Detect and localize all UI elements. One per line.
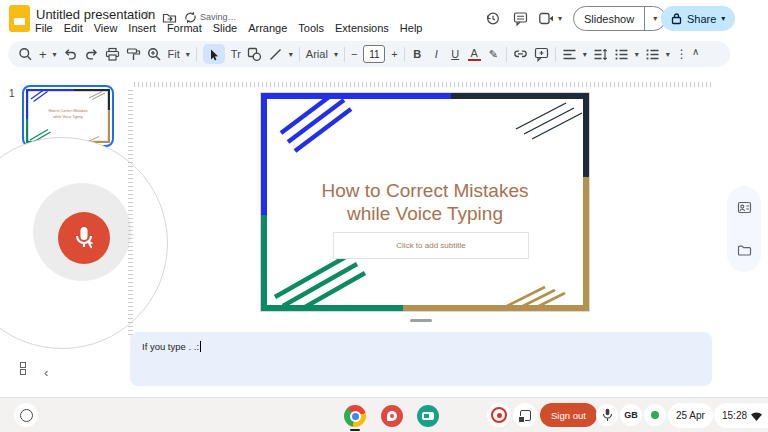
keyboard-layout-button[interactable]: GB — [620, 404, 642, 426]
chrome-running-indicator — [350, 429, 360, 431]
speaker-notes-input[interactable]: If you type . .: — [130, 332, 712, 386]
new-slide-caret-icon[interactable]: ▾ — [53, 50, 57, 59]
italic-button[interactable]: I — [430, 48, 443, 60]
svg-text:How to Correct Mistakes: How to Correct Mistakes — [48, 109, 87, 113]
toolbar-separator — [344, 47, 345, 62]
menu-arrange[interactable]: Arrange — [248, 22, 287, 34]
chrome-app-icon[interactable] — [344, 405, 366, 427]
search-icon[interactable] — [18, 47, 33, 62]
comment-history-icon[interactable] — [513, 11, 528, 26]
menu-tools[interactable]: Tools — [298, 22, 324, 34]
camera-mic-usage-indicator[interactable] — [644, 404, 666, 426]
camera-caret-icon[interactable]: ▾ — [558, 14, 562, 23]
collapse-filmstrip-icon[interactable]: ‹ — [44, 365, 48, 380]
slide-canvas[interactable]: How to Correct Mistakes while Voice Typi… — [260, 92, 590, 312]
menu-edit[interactable]: Edit — [64, 22, 83, 34]
canvas-app-icon[interactable] — [381, 405, 403, 427]
numbered-list-icon[interactable] — [645, 47, 660, 62]
font-size-decrease-button[interactable]: − — [351, 48, 357, 60]
highlight-pen-icon[interactable]: ✎ — [487, 48, 500, 61]
share-label[interactable]: Share — [687, 13, 716, 25]
saving-status: Saving… — [200, 12, 237, 22]
text-color-button[interactable]: A — [468, 48, 481, 61]
slide-subtitle-placeholder[interactable]: Click to add subtitle — [333, 232, 529, 259]
slide-number: 1 — [9, 88, 15, 99]
line-tool-icon[interactable] — [268, 47, 283, 62]
font-size-input[interactable]: 11 — [363, 45, 385, 63]
zoom-fit-select[interactable]: Fit — [168, 48, 180, 60]
slideshow-label[interactable]: Slideshow — [574, 13, 644, 25]
menu-file[interactable]: File — [35, 22, 53, 34]
date-tray[interactable]: 25 Apr — [668, 403, 713, 428]
status-tray[interactable]: 15:28 — [714, 403, 768, 428]
grid-view-toggle-icon[interactable] — [20, 362, 26, 376]
redo-icon[interactable] — [84, 47, 99, 62]
clock: 15:28 — [722, 410, 747, 421]
zoom-fit-caret-icon[interactable]: ▾ — [186, 50, 190, 59]
new-slide-button[interactable]: + — [39, 47, 47, 62]
shape-tool-icon[interactable] — [247, 47, 262, 62]
menu-extensions[interactable]: Extensions — [335, 22, 389, 34]
document-title[interactable]: Untitled presentation — [36, 7, 155, 22]
meet-camera-button[interactable]: ▾ — [539, 12, 562, 25]
toolbar: + ▾ Fit ▾ Tr ▾ Arial ▾ − 11 + B I U A ✎ — [8, 41, 730, 67]
line-spacing-icon[interactable] — [593, 47, 608, 62]
font-size-increase-button[interactable]: + — [391, 48, 397, 60]
slide-title-textbox[interactable]: How to Correct Mistakes while Voice Typi… — [261, 179, 589, 225]
share-caret-icon[interactable]: ▾ — [721, 14, 725, 23]
mic-status-icon — [602, 408, 613, 422]
slides-logo-icon[interactable] — [9, 5, 30, 32]
print-icon[interactable] — [105, 47, 120, 62]
mic-status-button[interactable] — [596, 404, 618, 426]
screen-record-indicator[interactable] — [487, 403, 511, 427]
menu-format[interactable]: Format — [167, 22, 202, 34]
bulleted-list-icon[interactable] — [614, 47, 629, 62]
menu-slide[interactable]: Slide — [213, 22, 237, 34]
screencast-app-icon[interactable] — [417, 405, 439, 427]
select-tool[interactable] — [203, 44, 225, 64]
version-history-icon[interactable] — [485, 11, 500, 26]
line-tool-caret-icon[interactable]: ▾ — [289, 50, 293, 59]
insert-link-icon[interactable] — [513, 47, 528, 62]
more-options-icon[interactable]: ⋮ — [676, 47, 688, 61]
bold-button[interactable]: B — [411, 48, 424, 60]
slide-thumbnail-preview: How to Correct Mistakes while Voice Typi… — [26, 89, 110, 143]
underline-button[interactable]: U — [449, 48, 462, 60]
green-dot-icon — [651, 411, 659, 419]
mouse-cursor-icon — [88, 240, 94, 249]
share-button[interactable]: Share ▾ — [661, 6, 735, 31]
folder-icon[interactable] — [737, 243, 752, 258]
undo-icon[interactable] — [63, 47, 78, 62]
font-family-caret-icon[interactable]: ▾ — [334, 50, 338, 59]
microphone-icon — [71, 224, 97, 252]
align-icon[interactable] — [562, 47, 577, 62]
screen-capture-button[interactable] — [513, 403, 537, 427]
menu-view[interactable]: View — [94, 22, 118, 34]
toolbar-separator — [299, 47, 300, 62]
launcher-button[interactable] — [14, 403, 38, 427]
menu-help[interactable]: Help — [400, 22, 423, 34]
slide-title-line2: while Voice Typing — [261, 202, 589, 225]
paint-format-icon[interactable] — [126, 47, 141, 62]
toolbar-separator — [196, 47, 197, 62]
align-caret-icon[interactable]: ▾ — [583, 50, 587, 59]
star-icon[interactable]: ☆ — [142, 8, 153, 22]
sign-out-button[interactable]: Sign out — [540, 403, 597, 427]
side-panel — [727, 186, 761, 272]
bulleted-list-caret-icon[interactable]: ▾ — [635, 50, 639, 59]
menubar: File Edit View Insert Format Slide Arran… — [35, 22, 422, 34]
cursor-arrow-icon — [207, 48, 220, 61]
collapse-menus-icon[interactable]: ∧ — [692, 46, 699, 57]
numbered-list-caret-icon[interactable]: ▾ — [666, 50, 670, 59]
add-comment-icon[interactable] — [534, 47, 549, 62]
voice-typing-mic-button[interactable] — [58, 212, 110, 264]
slideshow-button[interactable]: Slideshow ▾ — [573, 6, 666, 31]
notes-resize-handle[interactable] — [410, 319, 432, 322]
window-stack-icon — [520, 410, 531, 421]
contacts-icon[interactable] — [737, 200, 752, 215]
record-icon — [491, 407, 507, 423]
menu-insert[interactable]: Insert — [128, 22, 156, 34]
font-family-select[interactable]: Arial — [306, 48, 328, 60]
zoom-in-icon[interactable] — [147, 47, 162, 62]
textbox-tool[interactable]: Tr — [231, 48, 241, 60]
